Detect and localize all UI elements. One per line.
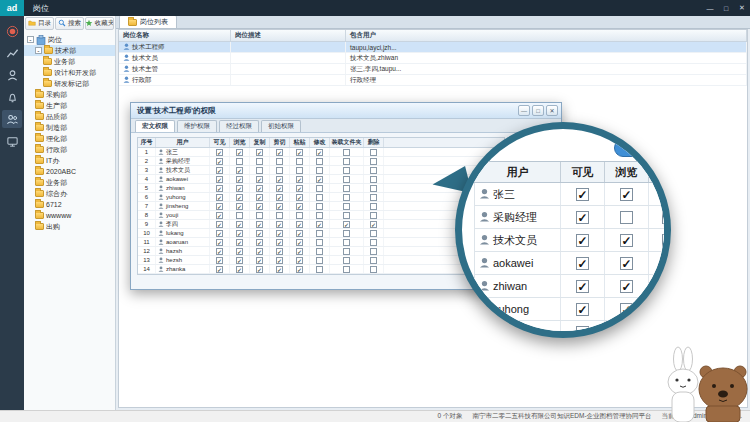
checkbox-checked[interactable]: ✓ <box>276 176 283 183</box>
checkbox-unchecked[interactable] <box>316 185 323 192</box>
tree-item[interactable]: 行政部 <box>24 144 115 155</box>
permission-row[interactable]: 9李四✓✓✓✓✓✓✓✓ <box>138 220 504 229</box>
permission-row[interactable]: 8youji✓ <box>138 211 504 220</box>
checkbox-checked[interactable]: ✓ <box>256 257 263 264</box>
permission-row[interactable]: 12hazsh✓✓✓✓✓ <box>138 247 504 256</box>
checkbox-checked[interactable]: ✓ <box>216 266 223 273</box>
checkbox-unchecked[interactable] <box>370 266 377 273</box>
checkbox-unchecked[interactable] <box>343 176 350 183</box>
checkbox-unchecked[interactable] <box>256 212 263 219</box>
checkbox-checked[interactable]: ✓ <box>316 221 323 228</box>
checkbox-checked[interactable]: ✓ <box>256 239 263 246</box>
checkbox-checked[interactable]: ✓ <box>236 239 243 246</box>
checkbox-checked[interactable]: ✓ <box>256 221 263 228</box>
tab-position-list[interactable]: 岗位列表 <box>119 15 177 28</box>
checkbox-checked[interactable]: ✓ <box>276 239 283 246</box>
tree-item[interactable]: 6712 <box>24 199 115 210</box>
checkbox-checked[interactable]: ✓ <box>216 203 223 210</box>
checkbox-checked[interactable]: ✓ <box>276 203 283 210</box>
checkbox-checked[interactable]: ✓ <box>296 176 303 183</box>
checkbox-unchecked[interactable] <box>343 149 350 156</box>
checkbox-checked[interactable]: ✓ <box>296 221 303 228</box>
dialog-close-button[interactable]: ✕ <box>546 105 558 116</box>
contacts-icon[interactable] <box>2 66 22 84</box>
tree-item[interactable]: 生产部 <box>24 100 115 111</box>
checkbox-checked[interactable]: ✓ <box>216 230 223 237</box>
checkbox-checked[interactable]: ✓ <box>216 185 223 192</box>
checkbox-checked[interactable]: ✓ <box>296 266 303 273</box>
checkbox-unchecked[interactable] <box>343 239 350 246</box>
expander-icon[interactable]: - <box>35 47 42 54</box>
checkbox-checked[interactable]: ✓ <box>256 266 263 273</box>
permission-row[interactable]: 1张三✓✓✓✓✓✓ <box>138 148 504 157</box>
checkbox-unchecked[interactable] <box>296 167 303 174</box>
checkbox-checked[interactable]: ✓ <box>216 212 223 219</box>
tree-item[interactable]: 业务部 <box>24 177 115 188</box>
checkbox-unchecked[interactable] <box>343 167 350 174</box>
checkbox-checked[interactable]: ✓ <box>296 203 303 210</box>
checkbox-unchecked[interactable] <box>370 158 377 165</box>
checkbox-unchecked[interactable] <box>370 257 377 264</box>
checkbox-checked[interactable]: ✓ <box>256 194 263 201</box>
checkbox-checked[interactable]: ✓ <box>236 149 243 156</box>
checkbox-checked[interactable]: ✓ <box>343 221 350 228</box>
table-row[interactable]: 技术主管张三,李四,taupu... <box>119 64 747 75</box>
close-button[interactable]: ✕ <box>734 0 750 16</box>
checkbox-checked[interactable]: ✓ <box>216 167 223 174</box>
checkbox-checked[interactable]: ✓ <box>316 176 323 183</box>
dialog-tab-2[interactable]: 经过权限 <box>219 120 259 132</box>
permission-row[interactable]: 14zhanka✓✓✓✓✓ <box>138 265 504 274</box>
tree-item[interactable]: 理化部 <box>24 133 115 144</box>
checkbox-unchecked[interactable] <box>256 167 263 174</box>
checkbox-unchecked[interactable] <box>343 185 350 192</box>
checkbox-unchecked[interactable] <box>370 248 377 255</box>
permission-row[interactable]: 2采购经理✓ <box>138 157 504 166</box>
checkbox-checked[interactable]: ✓ <box>216 257 223 264</box>
record-icon[interactable] <box>2 22 22 40</box>
checkbox-checked[interactable]: ✓ <box>216 194 223 201</box>
tree-item[interactable]: 2020ABC <box>24 166 115 177</box>
checkbox-checked[interactable]: ✓ <box>236 203 243 210</box>
tree-item[interactable]: 设计和开发部 <box>24 67 115 78</box>
tree-item[interactable]: wwwww <box>24 210 115 221</box>
chart-icon[interactable] <box>2 44 22 62</box>
checkbox-checked[interactable]: ✓ <box>370 221 377 228</box>
checkbox-checked[interactable]: ✓ <box>216 158 223 165</box>
checkbox-unchecked[interactable] <box>370 239 377 246</box>
bell-icon[interactable] <box>2 88 22 106</box>
permission-row[interactable]: 13hezsh✓✓✓✓✓ <box>138 256 504 265</box>
dialog-tab-0[interactable]: 宏文权限 <box>135 120 175 132</box>
tree-item[interactable]: -技术部 <box>24 45 115 56</box>
checkbox-unchecked[interactable] <box>370 176 377 183</box>
sidebar-tab-directory[interactable]: 目录 <box>25 17 54 30</box>
checkbox-unchecked[interactable] <box>370 185 377 192</box>
checkbox-checked[interactable]: ✓ <box>276 149 283 156</box>
tree-item[interactable]: 研发标记部 <box>24 78 115 89</box>
permission-row[interactable]: 10lukang✓✓✓✓✓ <box>138 229 504 238</box>
checkbox-checked[interactable]: ✓ <box>236 167 243 174</box>
checkbox-checked[interactable]: ✓ <box>236 266 243 273</box>
checkbox-checked[interactable]: ✓ <box>296 185 303 192</box>
checkbox-checked[interactable]: ✓ <box>296 248 303 255</box>
checkbox-unchecked[interactable] <box>370 230 377 237</box>
checkbox-unchecked[interactable] <box>343 230 350 237</box>
monitor-icon[interactable] <box>2 132 22 150</box>
checkbox-unchecked[interactable] <box>316 158 323 165</box>
maximize-button[interactable]: □ <box>718 0 734 16</box>
checkbox-checked[interactable]: ✓ <box>256 176 263 183</box>
dialog-maximize-button[interactable]: □ <box>532 105 544 116</box>
checkbox-unchecked[interactable] <box>256 158 263 165</box>
sidebar-tab-favorites[interactable]: 收藏夹 <box>85 17 114 30</box>
checkbox-unchecked[interactable] <box>370 149 377 156</box>
checkbox-checked[interactable]: ✓ <box>216 176 223 183</box>
table-row[interactable]: 技术工程师taupu,iayci,jzh... <box>119 42 747 53</box>
tree-item[interactable]: 出购 <box>24 221 115 232</box>
checkbox-unchecked[interactable] <box>316 266 323 273</box>
checkbox-checked[interactable]: ✓ <box>236 230 243 237</box>
checkbox-unchecked[interactable] <box>316 203 323 210</box>
checkbox-unchecked[interactable] <box>316 167 323 174</box>
tree-item[interactable]: 采购部 <box>24 89 115 100</box>
tree-item[interactable]: 制造部 <box>24 122 115 133</box>
checkbox-checked[interactable]: ✓ <box>296 239 303 246</box>
checkbox-unchecked[interactable] <box>236 158 243 165</box>
